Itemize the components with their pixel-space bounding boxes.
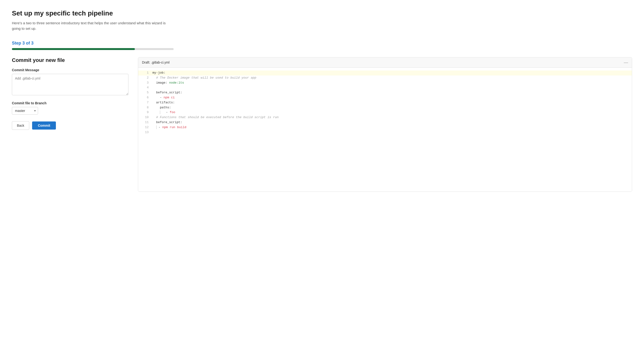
code-line-4: 4	[138, 85, 632, 90]
line-number-3: 3	[142, 81, 149, 86]
code-editor-panel: Draft: .gitlab-ci.yml — 1 my-job: 2 # Th…	[138, 57, 632, 192]
branch-select[interactable]: master	[12, 107, 38, 115]
code-line-11: 11 before_script:	[138, 120, 632, 125]
code-line-5: 5 before_script:	[138, 90, 632, 95]
code-content-12: - npm run build	[152, 125, 628, 130]
line-number-1: 1	[142, 71, 149, 76]
line-number-9: 9	[142, 110, 149, 115]
code-content-11: before_script:	[152, 120, 628, 125]
line-number-7: 7	[142, 100, 149, 105]
button-row: Back Commit	[12, 121, 128, 130]
code-content-5: before_script:	[152, 90, 628, 95]
code-line-9: 9 - foo	[138, 110, 632, 115]
commit-message-input[interactable]	[12, 74, 128, 95]
code-content-7: artifacts:	[152, 100, 628, 105]
page-intro: Here's a two to three sentence introduct…	[12, 21, 174, 31]
step-label: Step 3 of 3	[12, 41, 632, 46]
code-content-3: image: node:lts	[152, 81, 628, 86]
code-line-3: 3 image: node:lts	[138, 81, 632, 86]
commit-button[interactable]: Commit	[32, 121, 56, 130]
code-content-8: paths:	[152, 105, 628, 110]
code-content-9: - foo	[152, 110, 628, 115]
editor-body: 1 my-job: 2 # The Docker image that will…	[138, 68, 632, 192]
line-number-4: 4	[142, 85, 149, 90]
left-panel: Commit your new file Commit Message Comm…	[12, 57, 128, 130]
code-content-1: my-job:	[152, 71, 628, 76]
commit-section-title: Commit your new file	[12, 57, 128, 63]
branch-label: Commit file to Branch	[12, 101, 128, 105]
code-line-2: 2 # The Docker image that will be used t…	[138, 76, 632, 81]
back-button[interactable]: Back	[12, 121, 29, 130]
code-content-2: # The Docker image that will be used to …	[152, 76, 628, 81]
code-line-8: 8 paths:	[138, 105, 632, 110]
minimize-icon[interactable]: —	[624, 60, 628, 65]
progress-bar	[12, 48, 174, 50]
progress-bar-fill	[12, 48, 135, 50]
page-title: Set up my specific tech pipeline	[12, 10, 632, 17]
code-line-10: 10 # Functions that should be executed b…	[138, 115, 632, 120]
editor-header: Draft: .gitlab-ci.yml —	[138, 57, 632, 68]
editor-title: Draft: .gitlab-ci.yml	[142, 61, 170, 64]
line-number-6: 6	[142, 95, 149, 100]
code-line-12: 12 - npm run build	[138, 125, 632, 130]
line-number-8: 8	[142, 105, 149, 110]
code-content-10: # Functions that should be executed befo…	[152, 115, 628, 120]
line-number-12: 12	[142, 125, 149, 130]
main-layout: Commit your new file Commit Message Comm…	[12, 57, 632, 192]
line-number-13: 13	[142, 130, 149, 135]
code-content-6: - npm ci	[152, 95, 628, 100]
code-line-13: 13	[138, 130, 632, 135]
branch-select-wrapper: master ▾	[12, 107, 38, 115]
line-number-2: 2	[142, 76, 149, 81]
commit-message-label: Commit Message	[12, 68, 128, 72]
code-line-6: 6 - npm ci	[138, 95, 632, 100]
code-line-7: 7 artifacts:	[138, 100, 632, 105]
line-number-5: 5	[142, 90, 149, 95]
line-number-10: 10	[142, 115, 149, 120]
code-line-1: 1 my-job:	[138, 71, 632, 76]
line-number-11: 11	[142, 120, 149, 125]
